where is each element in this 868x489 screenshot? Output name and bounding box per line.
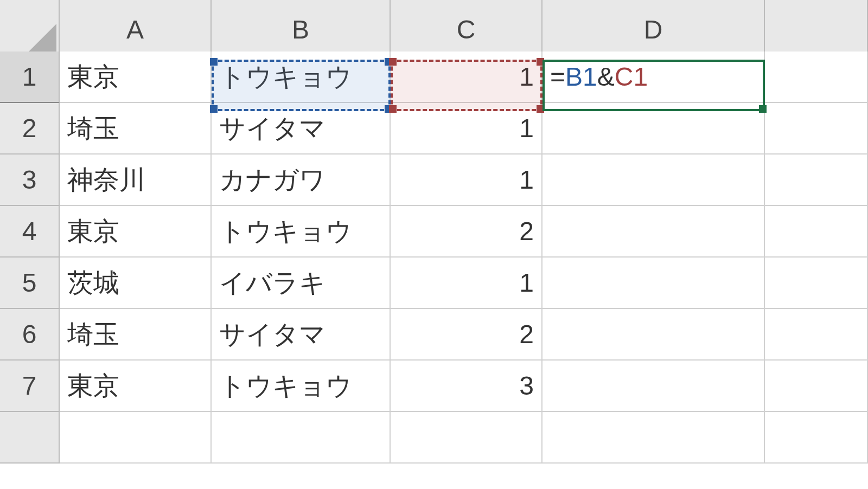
- cell-E7[interactable]: [765, 361, 868, 412]
- cell-E8[interactable]: [765, 412, 868, 464]
- cell-B7[interactable]: トウキョウ: [212, 361, 391, 412]
- cell-A7[interactable]: 東京: [60, 361, 212, 412]
- cell-A1[interactable]: 東京: [60, 52, 212, 103]
- cell-D3[interactable]: [542, 155, 765, 206]
- cell-B3[interactable]: カナガワ: [212, 155, 391, 206]
- row-header-1[interactable]: 1: [0, 52, 60, 103]
- cell-C1[interactable]: 1: [391, 52, 542, 103]
- row-header-4[interactable]: 4: [0, 206, 60, 258]
- cell-B6[interactable]: サイタマ: [212, 309, 391, 361]
- cell-E6[interactable]: [765, 309, 868, 361]
- cell-B8[interactable]: [212, 412, 391, 464]
- cell-E4[interactable]: [765, 206, 868, 258]
- col-header-A[interactable]: A: [60, 0, 212, 60]
- cell-C6[interactable]: 2: [391, 309, 542, 361]
- cell-D1[interactable]: =B1&C1: [542, 52, 765, 103]
- cell-C2[interactable]: 1: [391, 103, 542, 155]
- cell-A3[interactable]: 神奈川: [60, 155, 212, 206]
- cell-D2[interactable]: [542, 103, 765, 155]
- spreadsheet-grid[interactable]: A B C D 1 東京 トウキョウ 1 =B1&C1 2 埼玉 サイタマ 1 …: [0, 0, 868, 464]
- col-header-extra[interactable]: [765, 0, 868, 60]
- cell-A8[interactable]: [60, 412, 212, 464]
- cell-E3[interactable]: [765, 155, 868, 206]
- col-header-C[interactable]: C: [391, 0, 542, 60]
- col-header-D[interactable]: D: [542, 0, 765, 60]
- formula-editor[interactable]: =B1&C1: [550, 62, 648, 92]
- cell-A4[interactable]: 東京: [60, 206, 212, 258]
- cell-D6[interactable]: [542, 309, 765, 361]
- row-header-5[interactable]: 5: [0, 258, 60, 309]
- cell-A5[interactable]: 茨城: [60, 258, 212, 309]
- cell-C5[interactable]: 1: [391, 258, 542, 309]
- cell-E5[interactable]: [765, 258, 868, 309]
- cell-B4[interactable]: トウキョウ: [212, 206, 391, 258]
- col-header-B[interactable]: B: [212, 0, 391, 60]
- cell-E2[interactable]: [765, 103, 868, 155]
- cell-D7[interactable]: [542, 361, 765, 412]
- row-header-7[interactable]: 7: [0, 361, 60, 412]
- row-header-6[interactable]: 6: [0, 309, 60, 361]
- cell-A2[interactable]: 埼玉: [60, 103, 212, 155]
- cell-C3[interactable]: 1: [391, 155, 542, 206]
- cell-D8[interactable]: [542, 412, 765, 464]
- cell-D5[interactable]: [542, 258, 765, 309]
- row-header-3[interactable]: 3: [0, 155, 60, 206]
- cell-B1[interactable]: トウキョウ: [212, 52, 391, 103]
- cell-B2[interactable]: サイタマ: [212, 103, 391, 155]
- cell-A6[interactable]: 埼玉: [60, 309, 212, 361]
- row-header-2[interactable]: 2: [0, 103, 60, 155]
- cell-C4[interactable]: 2: [391, 206, 542, 258]
- cell-E1[interactable]: [765, 52, 868, 103]
- select-all-corner[interactable]: [0, 0, 60, 60]
- row-header-8[interactable]: [0, 412, 60, 464]
- cell-C8[interactable]: [391, 412, 542, 464]
- cell-D4[interactable]: [542, 206, 765, 258]
- cell-C7[interactable]: 3: [391, 361, 542, 412]
- cell-B5[interactable]: イバラキ: [212, 258, 391, 309]
